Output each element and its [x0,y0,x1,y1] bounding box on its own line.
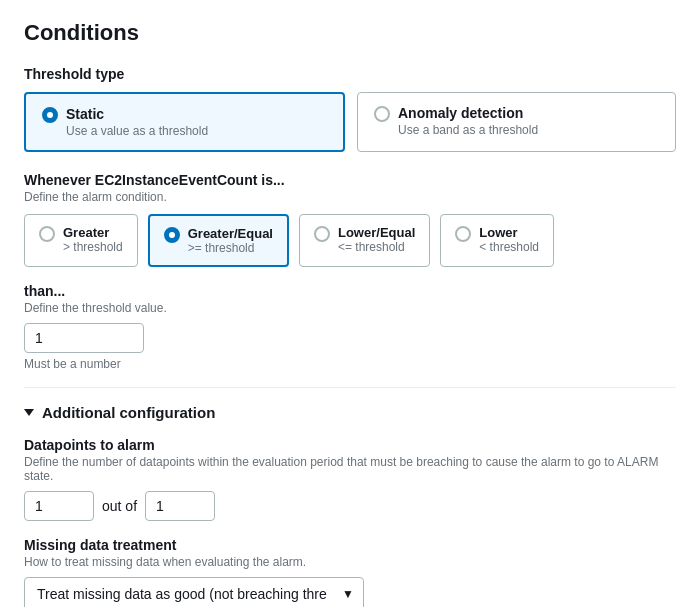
threshold-anomaly-radio[interactable] [374,106,390,122]
than-title: than... [24,283,676,299]
than-subtitle: Define the threshold value. [24,301,676,315]
threshold-anomaly-card[interactable]: Anomaly detection Use a band as a thresh… [357,92,676,152]
threshold-static-title: Static [66,106,208,122]
threshold-type-label: Threshold type [24,66,676,82]
page-container: Conditions Threshold type Static Use a v… [0,0,700,607]
condition-lower-radio[interactable] [455,226,471,242]
threshold-static-radio[interactable] [42,107,58,123]
page-title: Conditions [24,20,676,46]
condition-card-greater[interactable]: Greater > threshold [24,214,138,267]
condition-lower-equal-title: Lower/Equal [338,225,415,240]
missing-data-section: Missing data treatment How to treat miss… [24,537,676,607]
condition-card-lower[interactable]: Lower < threshold [440,214,554,267]
chevron-down-icon [24,409,34,416]
missing-data-desc: How to treat missing data when evaluatin… [24,555,676,569]
whenever-title: Whenever EC2InstanceEventCount is... [24,172,676,188]
threshold-static-subtitle: Use a value as a threshold [66,124,208,138]
condition-greater-equal-sub: >= threshold [188,241,273,255]
threshold-value-input[interactable] [24,323,144,353]
datapoints-desc: Define the number of datapoints within t… [24,455,676,483]
than-section: than... Define the threshold value. Must… [24,283,676,371]
whenever-subtitle: Define the alarm condition. [24,190,676,204]
condition-greater-title: Greater [63,225,123,240]
threshold-type-row: Static Use a value as a threshold Anomal… [24,92,676,152]
additional-config-header[interactable]: Additional configuration [24,404,676,421]
condition-lower-equal-sub: <= threshold [338,240,415,254]
datapoints-section: Datapoints to alarm Define the number of… [24,437,676,521]
condition-card-greater-equal[interactable]: Greater/Equal >= threshold [148,214,289,267]
condition-cards-row: Greater > threshold Greater/Equal >= thr… [24,214,676,267]
threshold-anomaly-title: Anomaly detection [398,105,538,121]
condition-greater-radio[interactable] [39,226,55,242]
threshold-static-card[interactable]: Static Use a value as a threshold [24,92,345,152]
condition-lower-title: Lower [479,225,539,240]
condition-greater-sub: > threshold [63,240,123,254]
datapoints-value1-input[interactable] [24,491,94,521]
additional-config-section: Additional configuration Datapoints to a… [24,404,676,607]
condition-lower-sub: < threshold [479,240,539,254]
datapoints-row: out of [24,491,676,521]
datapoints-value2-input[interactable] [145,491,215,521]
whenever-section: Whenever EC2InstanceEventCount is... Def… [24,172,676,267]
out-of-label: out of [102,498,137,514]
missing-data-label: Missing data treatment [24,537,676,553]
condition-card-lower-equal[interactable]: Lower/Equal <= threshold [299,214,430,267]
missing-data-select[interactable]: Treat missing data as good (not breachin… [24,577,364,607]
condition-lower-equal-radio[interactable] [314,226,330,242]
divider [24,387,676,388]
additional-config-title: Additional configuration [42,404,215,421]
condition-greater-equal-title: Greater/Equal [188,226,273,241]
missing-data-select-wrapper: Treat missing data as good (not breachin… [24,577,364,607]
threshold-anomaly-subtitle: Use a band as a threshold [398,123,538,137]
threshold-hint: Must be a number [24,357,676,371]
condition-greater-equal-radio[interactable] [164,227,180,243]
datapoints-label: Datapoints to alarm [24,437,676,453]
